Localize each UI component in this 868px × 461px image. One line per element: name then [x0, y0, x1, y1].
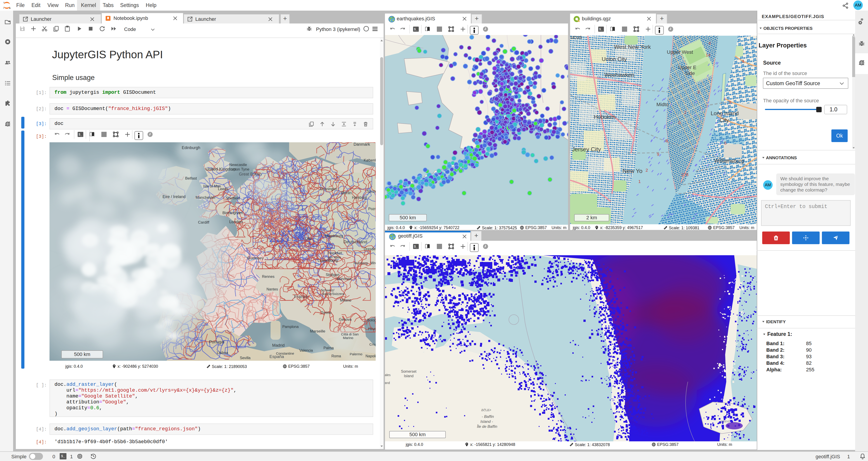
svg-text:Roma: Roma — [331, 354, 341, 358]
svg-text:Leeds: Leeds — [218, 187, 228, 191]
svg-text:Città di San: Città di San — [341, 332, 359, 336]
svg-text:Hamburg: Hamburg — [352, 196, 367, 199]
svg-text:ᐃᕦᒪᐃᐳ: ᐃᕦᒪᐃᐳ — [481, 408, 491, 412]
svg-text:Nantes: Nantes — [267, 287, 278, 291]
svg-text:and: and — [385, 381, 390, 385]
svg-text:Island: Island — [721, 419, 730, 423]
svg-text:Lille: Lille — [305, 237, 311, 240]
svg-text:Milano: Milano — [340, 298, 351, 302]
svg-text:Stuttgart: Stuttgart — [326, 273, 340, 277]
svg-text:Marino: Marino — [343, 336, 353, 340]
svg-text:Sevilla: Sevilla — [240, 356, 250, 360]
svg-text:Island -: Island - — [480, 420, 493, 424]
svg-text:$_: $_ — [599, 28, 603, 31]
svg-text:Île de Baffin: Île de Baffin — [477, 424, 497, 429]
svg-text:3: 3 — [729, 100, 731, 105]
svg-text:Lisboa: Lisboa — [217, 351, 228, 355]
svg-text:Rennes: Rennes — [262, 275, 274, 278]
svg-text:Somerset: Somerset — [401, 369, 416, 373]
svg-text:Magdeburg: Magdeburg — [325, 234, 343, 238]
svg-text:Portugal: Portugal — [209, 340, 224, 344]
svg-text:Napoli: Napoli — [366, 354, 376, 358]
svg-text:Marseille: Marseille — [310, 329, 325, 333]
svg-text:4: 4 — [742, 59, 744, 64]
svg-text:1: 1 — [638, 179, 641, 184]
svg-text:Crna G: Crna G — [369, 342, 376, 346]
svg-text:Long Island: Long Island — [711, 110, 739, 116]
svg-text:Cardiff: Cardiff — [198, 220, 209, 225]
svg-text:5: 5 — [724, 141, 727, 145]
svg-text:München: München — [337, 277, 351, 281]
svg-text:Midto: Midto — [656, 102, 669, 107]
svg-text:$_: $_ — [79, 133, 82, 136]
svg-text:Danmark: Danmark — [353, 142, 370, 146]
svg-text:278: 278 — [681, 172, 688, 177]
svg-text:City: City — [720, 117, 729, 123]
svg-text:Upper E: Upper E — [678, 65, 696, 70]
svg-text:Torino: Torino — [321, 310, 331, 315]
svg-text:Palermo: Palermo — [350, 352, 362, 356]
svg-text:Nürnberg: Nürnberg — [353, 261, 368, 265]
svg-text:Williamsburg: Williamsburg — [714, 158, 744, 164]
svg-text:Madrid: Madrid — [272, 343, 285, 348]
svg-text:Groningen: Groningen — [320, 187, 337, 191]
svg-text:$_: $_ — [414, 28, 418, 31]
svg-text:Edinburgh: Edinburgh — [182, 145, 200, 150]
svg-text:Upper West: Upper West — [667, 49, 693, 55]
svg-text:- Baffin: - Baffin — [482, 415, 494, 419]
svg-text:Birmingham: Birmingham — [222, 211, 243, 215]
svg-text:2: 2 — [646, 168, 648, 172]
svg-text:Guernsey: Guernsey — [247, 256, 264, 260]
svg-text:Dresden: Dresden — [364, 247, 376, 251]
svg-text:Genova: Genova — [339, 318, 351, 321]
svg-text:Jersey City: Jersey City — [572, 146, 601, 153]
svg-text:Frankfurt: Frankfurt — [328, 251, 342, 255]
svg-text:4: 4 — [708, 41, 711, 45]
svg-text:København: København — [364, 158, 376, 162]
svg-text:upon Tyne: upon Tyne — [231, 167, 249, 171]
svg-text:Side: Side — [685, 70, 695, 76]
svg-text:9: 9 — [657, 152, 659, 157]
svg-text:Berlin: Berlin — [341, 191, 352, 195]
svg-text:Belfast: Belfast — [185, 176, 197, 180]
svg-text:New Yo: New Yo — [622, 168, 643, 174]
svg-text:Hrvatska: Hrvatska — [368, 327, 376, 331]
svg-text:Deutschland: Deutschland — [343, 239, 367, 244]
svg-text:14: 14 — [706, 53, 711, 57]
svg-text:Eire / Ireland: Eire / Ireland — [162, 195, 186, 199]
svg-text:Suisse/Svizzera: Suisse/Svizzera — [322, 292, 344, 296]
svg-text:Constantine: Constantine — [276, 352, 294, 355]
svg-text:3: 3 — [697, 90, 700, 94]
svg-text:Great Britain: Great Britain — [239, 172, 262, 176]
svg-text:ucus: ucus — [570, 36, 582, 40]
svg-text:Bologna: Bologna — [367, 318, 376, 322]
svg-text:$_: $_ — [414, 245, 418, 249]
svg-text:Sheffield: Sheffield — [226, 196, 240, 200]
svg-text:France: France — [294, 294, 308, 299]
svg-text:Szczecin: Szczecin — [367, 190, 376, 193]
svg-text:Weehawken: Weehawken — [604, 72, 634, 78]
svg-text:2: 2 — [684, 110, 686, 115]
svg-text:London: London — [229, 220, 243, 224]
svg-text:Wrocław: Wrocław — [370, 261, 376, 265]
svg-text:ales: ales — [385, 373, 391, 377]
svg-text:Manchester: Manchester — [195, 195, 216, 200]
svg-text:Luxembourg: Luxembourg — [318, 259, 338, 262]
svg-text:Newcastle: Newcastle — [229, 163, 247, 167]
svg-text:8: 8 — [665, 138, 668, 143]
svg-text:Palma: Palma — [323, 346, 334, 350]
svg-text:West New York: West New York — [614, 44, 651, 50]
svg-text:Valencia: Valencia — [299, 349, 313, 352]
svg-text:Pamplona: Pamplona — [282, 325, 299, 329]
svg-text:Hoboken: Hoboken — [594, 114, 616, 120]
svg-text:Poznań: Poznań — [368, 207, 376, 211]
svg-text:Union City: Union City — [602, 56, 627, 62]
svg-text:Island: Island — [404, 374, 414, 378]
svg-text:Schweiz/: Schweiz/ — [321, 288, 335, 292]
svg-text:0: 0 — [678, 121, 681, 125]
